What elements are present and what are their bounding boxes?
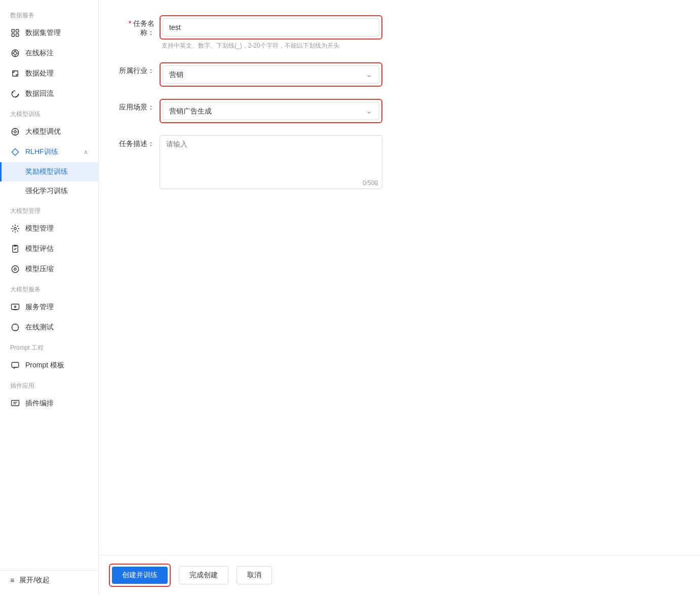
task-desc-content: 0/500 ⤡	[160, 135, 382, 189]
svg-rect-2	[12, 34, 14, 36]
sidebar-item-model-mgmt[interactable]: 模型管理	[0, 218, 98, 239]
task-desc-textarea-wrap: 0/500 ⤡	[160, 135, 382, 189]
cancel-button[interactable]: 取消	[237, 566, 272, 584]
sidebar-item-data-process[interactable]: 数据处理	[0, 63, 98, 84]
task-name-row: * 任务名称： 支持中英文、数字、下划线(_)，2-20个字符，不能以下划线为开…	[119, 15, 680, 50]
sidebar-item-online-label[interactable]: 在线标注	[0, 43, 98, 63]
sidebar-item-rlhf-train[interactable]: RLHF训练 ∧	[0, 142, 98, 162]
sidebar-item-llm-finetune[interactable]: 大模型调优	[0, 122, 98, 142]
svg-point-17	[12, 266, 19, 273]
task-desc-textarea[interactable]	[160, 136, 382, 176]
sidebar-item-label: 大模型调优	[25, 127, 88, 136]
sidebar-item-plugin-edit[interactable]: 插件编排	[0, 393, 98, 414]
app-scene-label: 应用场景：	[119, 99, 160, 112]
app-scene-content: 营销广告生成	[160, 99, 382, 123]
sidebar-item-label: 奖励模型训练	[25, 167, 88, 176]
section-label-llm-service: 大模型服务	[0, 279, 98, 297]
grid-icon	[10, 28, 20, 38]
industry-row: 所属行业： 营销	[119, 62, 680, 87]
task-desc-label: 任务描述：	[119, 135, 160, 148]
section-label-plugin: 插件应用	[0, 376, 98, 393]
section-label-llm-train: 大模型训练	[0, 104, 98, 122]
complete-create-button[interactable]: 完成创建	[179, 566, 228, 584]
svg-point-5	[14, 52, 17, 55]
svg-rect-23	[12, 400, 19, 406]
app-scene-select[interactable]: 营销广告生成	[163, 102, 379, 120]
task-name-content: 支持中英文、数字、下划线(_)，2-20个字符，不能以下划线为开头	[160, 15, 382, 50]
sidebar-item-dataset-mgmt[interactable]: 数据集管理	[0, 23, 98, 43]
expand-collapse-button[interactable]: ≡ 展开/收起	[0, 570, 98, 590]
task-name-hint: 支持中英文、数字、下划线(_)，2-20个字符，不能以下划线为开头	[160, 42, 382, 50]
svg-point-13	[14, 131, 17, 133]
sidebar-item-label: 数据集管理	[25, 28, 88, 38]
app-scene-select-wrap: 营销广告生成	[160, 99, 382, 123]
section-label-prompt: Prompt 工程	[0, 338, 98, 355]
footer-bar: 创建并训练 完成创建 取消	[99, 555, 700, 595]
monitor-settings-icon	[10, 302, 20, 312]
industry-label: 所属行业：	[119, 62, 160, 76]
app-scene-row: 应用场景： 营销广告生成	[119, 99, 680, 123]
required-star: *	[129, 19, 131, 27]
sidebar-item-reward-model[interactable]: 奖励模型训练	[0, 162, 98, 181]
sidebar-item-label: 数据处理	[25, 69, 88, 78]
sidebar-item-label: 在线标注	[25, 49, 88, 58]
svg-rect-19	[12, 304, 19, 310]
resize-handle-icon[interactable]: ⤡	[375, 181, 380, 187]
settings-circle-2-icon	[10, 264, 20, 274]
svg-point-18	[14, 268, 17, 271]
sidebar-item-rl-train[interactable]: 强化学习训练	[0, 181, 98, 201]
sidebar-item-data-return[interactable]: 数据回流	[0, 84, 98, 104]
create-train-button[interactable]: 创建并训练	[112, 567, 168, 584]
expand-icon: ≡	[10, 576, 14, 584]
sidebar-item-service-mgmt[interactable]: 服务管理	[0, 297, 98, 317]
section-label-llm-mgmt: 大模型管理	[0, 201, 98, 218]
textarea-counter: 0/500	[160, 178, 382, 189]
chat-bubble-icon	[10, 360, 20, 370]
settings-circle-icon	[10, 127, 20, 137]
industry-select[interactable]: 营销	[163, 65, 379, 84]
svg-point-15	[14, 228, 17, 230]
expand-collapse-label: 展开/收起	[19, 576, 50, 585]
svg-rect-22	[12, 362, 19, 367]
task-desc-row: 任务描述： 0/500 ⤡	[119, 135, 680, 189]
sidebar-item-label: 插件编排	[25, 399, 88, 408]
svg-rect-3	[16, 34, 19, 36]
sidebar-item-prompt-template[interactable]: Prompt 模板	[0, 355, 98, 376]
svg-marker-14	[12, 148, 19, 156]
svg-point-21	[12, 324, 19, 331]
sidebar-item-label: 模型管理	[25, 224, 88, 233]
refresh-circle-icon	[10, 89, 20, 99]
form-area: * 任务名称： 支持中英文、数字、下划线(_)，2-20个字符，不能以下划线为开…	[99, 0, 700, 555]
sidebar-item-label: 服务管理	[25, 303, 88, 312]
task-name-input-wrap	[160, 15, 382, 40]
sidebar-item-model-compress[interactable]: 模型压缩	[0, 259, 98, 279]
sidebar-item-label: 在线测试	[25, 323, 88, 332]
settings-circle-3-icon	[10, 322, 20, 332]
svg-rect-10	[13, 71, 18, 77]
svg-rect-0	[12, 29, 14, 32]
sidebar-item-label: 模型压缩	[25, 265, 88, 274]
task-name-label: * 任务名称：	[119, 15, 160, 38]
clipboard-check-icon	[10, 244, 20, 254]
main-content: * 任务名称： 支持中英文、数字、下划线(_)，2-20个字符，不能以下划线为开…	[99, 0, 700, 595]
svg-point-11	[12, 90, 19, 97]
sidebar-item-label: 强化学习训练	[25, 187, 88, 196]
app-scene-select-container: 营销广告生成	[163, 102, 379, 120]
square-crop-icon	[10, 68, 20, 79]
monitor-list-icon	[10, 398, 20, 408]
sidebar-item-label: Prompt 模板	[25, 361, 88, 370]
industry-select-container: 营销	[163, 65, 379, 84]
settings-alt-icon	[10, 224, 20, 234]
create-train-button-wrap: 创建并训练	[109, 564, 171, 587]
sidebar-item-label: RLHF训练	[25, 147, 84, 157]
industry-content: 营销	[160, 62, 382, 87]
svg-point-20	[15, 306, 16, 308]
sidebar-item-online-test[interactable]: 在线测试	[0, 317, 98, 338]
sidebar: 数据服务 数据集管理 在线标注 数据处理	[0, 0, 99, 595]
target-icon	[10, 48, 20, 58]
section-label-data-service: 数据服务	[0, 5, 98, 23]
sidebar-item-model-eval[interactable]: 模型评估	[0, 239, 98, 259]
sidebar-item-label: 模型评估	[25, 244, 88, 253]
chevron-up-icon: ∧	[84, 148, 88, 156]
task-name-input[interactable]	[163, 18, 379, 36]
